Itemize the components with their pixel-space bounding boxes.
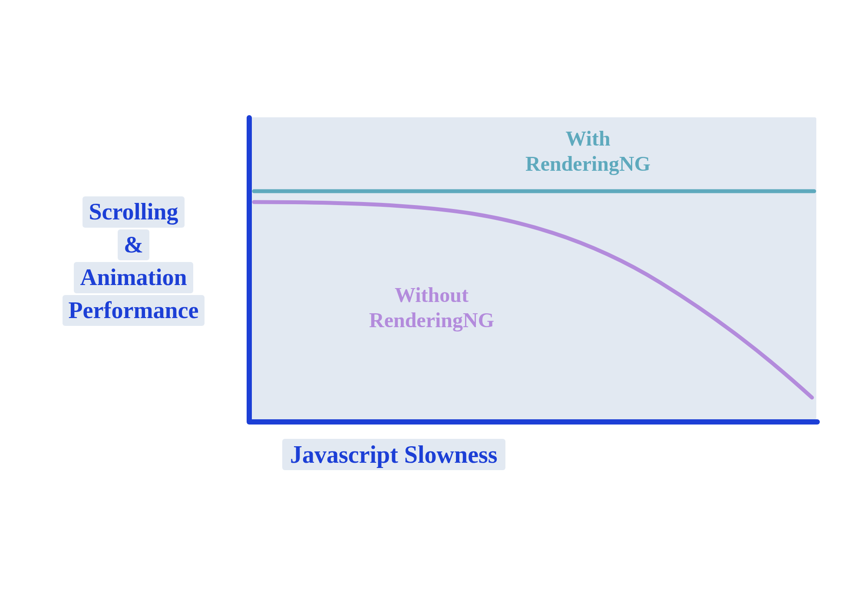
series-without-renderingng-label: Without RenderingNG — [369, 282, 494, 332]
x-axis — [247, 419, 820, 425]
y-axis — [247, 115, 252, 424]
series-without-label-line-2: RenderingNG — [369, 308, 494, 333]
x-axis-label: Javascript Slowness — [282, 439, 505, 470]
y-axis-label-line-3: Animation — [74, 262, 193, 293]
y-axis-label-line-1: Scrolling — [83, 196, 184, 228]
series-with-renderingng-label: With RenderingNG — [525, 126, 650, 176]
y-axis-label-line-4: Performance — [63, 295, 205, 326]
series-without-label-line-1: Without — [369, 282, 494, 308]
y-axis-label: Scrolling & Animation Performance — [35, 196, 232, 327]
series-with-label-line-1: With — [525, 126, 650, 151]
chart-container: Scrolling & Animation Performance Javasc… — [35, 117, 834, 508]
series-without-renderingng-line — [254, 202, 812, 398]
y-axis-label-line-2: & — [118, 229, 149, 261]
series-with-label-line-2: RenderingNG — [525, 151, 650, 176]
